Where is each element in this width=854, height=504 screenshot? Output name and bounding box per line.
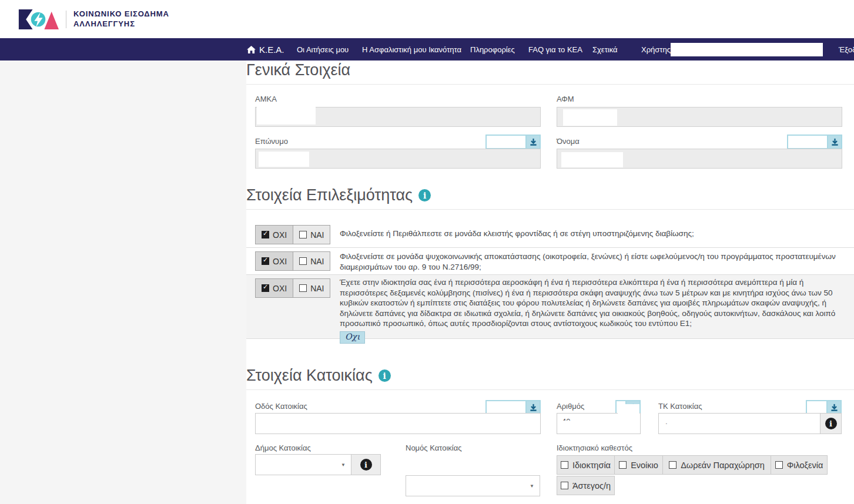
info-icon[interactable]: i [379, 369, 391, 382]
number-value-redaction-box [558, 421, 639, 433]
answer-no-button[interactable]: ΟΧΙ [256, 279, 293, 297]
answer-yes-button[interactable]: ΝΑΙ [293, 226, 330, 244]
section-divider [246, 84, 854, 85]
section-title-eligibility-text: Στοιχεία Επιλεξιμότητας [246, 186, 413, 204]
prefecture-label: Νομός Κατοικίας [406, 443, 461, 452]
logo-divider [66, 11, 66, 28]
answer-yes-label: ΝΑΙ [310, 284, 324, 293]
firstname-label: Όνομα [557, 137, 580, 146]
nav-user-label: Χρήστης: [641, 38, 673, 61]
download-button[interactable] [828, 135, 842, 149]
number-widget-redaction-box [618, 404, 639, 420]
nav-item-insurance-capacity[interactable]: Η Ασφαλιστική μου Ικανότητα [362, 38, 461, 61]
page-header: ΚΟΙΝΩΝΙΚΟ ΕΙΣΟΔΗΜΑ ΑΛΛΗΛΕΓΓΥΗΣ [0, 0, 854, 38]
prefecture-select[interactable]: ▼ [406, 475, 540, 496]
answer-yes-button[interactable]: ΝΑΙ [293, 252, 330, 270]
checkbox-unchecked-icon [299, 257, 307, 265]
answer-no-button[interactable]: ΟΧΙ [256, 252, 293, 270]
postal-label: ΤΚ Κατοικίας [658, 402, 702, 411]
logo-text: ΚΟΙΝΩΝΙΚΟ ΕΙΣΟΔΗΜΑ ΑΛΛΗΛΕΓΓΥΗΣ [73, 9, 169, 29]
ownership-option-enoikio[interactable]: Ενοίκιο [614, 455, 663, 475]
kea-logo-mark [18, 7, 59, 32]
ownership-option-astegos[interactable]: Άστεγος/η [557, 476, 615, 495]
number-label: Αριθμός [557, 402, 584, 411]
checkbox-unchecked-icon [299, 231, 307, 238]
download-icon [530, 138, 537, 146]
nav-item-about[interactable]: Σχετικά [592, 38, 618, 61]
chevron-down-icon: ▼ [530, 483, 534, 489]
answer-yes-label: ΝΑΙ [310, 257, 324, 266]
ownership-option-label: Ενοίκιο [631, 461, 658, 470]
municipality-info-addon: i [351, 454, 381, 475]
info-icon-dark[interactable]: i [825, 418, 837, 429]
info-icon-dark[interactable]: i [360, 459, 372, 471]
ownership-option-filoxenia[interactable]: Φιλοξενία [771, 455, 828, 475]
main-navbar: Κ.Ε.Α. Οι Αιτήσεις μου Η Ασφαλιστική μου… [0, 38, 854, 61]
checkbox-unchecked-icon [561, 461, 568, 469]
street-input[interactable] [255, 413, 541, 434]
checkbox-checked-icon [262, 257, 269, 265]
ownership-option-idioktisia[interactable]: Ιδιοκτησία [557, 455, 615, 475]
section-title-general: Γενικά Στοιχεία [246, 61, 350, 79]
answer-yes-button[interactable]: ΝΑΙ [293, 279, 330, 297]
checkbox-unchecked-icon [619, 461, 627, 469]
info-icon[interactable]: i [418, 189, 431, 201]
postal-info-addon: i [820, 413, 842, 434]
nav-item-faq[interactable]: FAQ για το ΚΕΑ [528, 38, 582, 61]
firstname-transliteration-widget [787, 135, 842, 149]
question-row-2: ΟΧΙ ΝΑΙ Φιλοξενείστε σε μονάδα ψυχοκοινω… [246, 247, 854, 274]
postal-input[interactable]: . [658, 413, 820, 434]
checkbox-unchecked-icon [775, 461, 783, 469]
section-divider [246, 209, 854, 210]
question-row-3: ΟΧΙ ΝΑΙ Έχετε στην ιδιοκτησία σας ένα ή … [246, 274, 854, 339]
logo-line-2: ΑΛΛΗΛΕΓΓΥΗΣ [73, 19, 169, 29]
ownership-option-label: Δωρεάν Παραχώρηση [681, 461, 765, 470]
kea-logo[interactable]: ΚΟΙΝΩΝΙΚΟ ΕΙΣΟΔΗΜΑ ΑΛΛΗΛΕΓΓΥΗΣ [18, 6, 169, 33]
kea-application-page: ΚΟΙΝΩΝΙΚΟ ΕΙΣΟΔΗΜΑ ΑΛΛΗΛΕΓΓΥΗΣ Κ.Ε.Α. Οι… [0, 0, 854, 504]
nav-item-information[interactable]: Πληροφορίες [470, 38, 515, 61]
section-divider [246, 389, 854, 390]
amka-redaction-box [257, 106, 316, 125]
checkbox-checked-icon [262, 231, 269, 238]
ownership-option-label: Ιδιοκτησία [572, 461, 611, 470]
nav-home[interactable]: Κ.Ε.Α. [247, 38, 284, 61]
question-row-1: ΟΧΙ ΝΑΙ Φιλοξενείστε ή Περιθάλπεστε σε μ… [246, 220, 854, 247]
widget-input[interactable] [787, 135, 828, 149]
nav-home-label: Κ.Ε.Α. [259, 45, 284, 55]
answer-no-button[interactable]: ΟΧΙ [256, 226, 293, 244]
ownership-option-label: Φιλοξενία [787, 461, 823, 470]
answer-no-label: ΟΧΙ [273, 284, 287, 293]
download-icon [831, 138, 839, 146]
checkbox-checked-icon [262, 284, 269, 292]
amka-label: ΑΜΚΑ [255, 95, 277, 103]
answer-no-label: ΟΧΙ [273, 257, 287, 266]
section-title-residence: Στοιχεία Κατοικίας i [246, 367, 391, 385]
surname-transliteration-widget [485, 135, 541, 149]
download-button[interactable] [527, 135, 541, 149]
checkbox-unchecked-icon [561, 482, 568, 489]
widget-input[interactable] [485, 135, 527, 149]
postal-remnant: . [665, 417, 668, 426]
municipality-label: Δήμος Κατοικίας [255, 443, 311, 452]
checkbox-unchecked-icon [669, 461, 676, 469]
house-icon [247, 46, 256, 53]
municipality-select[interactable]: ▼ [255, 454, 351, 475]
chevron-down-icon: ▼ [341, 462, 346, 468]
answer-toggle-group: ΟΧΙ ΝΑΙ [255, 251, 330, 271]
download-icon [530, 404, 537, 411]
section-title-general-text: Γενικά Στοιχεία [246, 61, 350, 79]
nav-logout[interactable]: Έξοδος [839, 38, 854, 61]
logo-line-1: ΚΟΙΝΩΝΙΚΟ ΕΙΣΟΔΗΜΑ [73, 9, 169, 19]
answer-chip: Οχι [340, 331, 365, 344]
question-text: Φιλοξενείστε ή Περιθάλπεστε σε μονάδα κλ… [340, 229, 850, 239]
question-text: Έχετε στην ιδιοκτησία σας ένα ή περισσότ… [340, 277, 850, 344]
ownership-option-dorean-parachorisi[interactable]: Δωρεάν Παραχώρηση [662, 455, 771, 475]
street-label: Οδός Κατοικίας [255, 402, 307, 411]
postal-widget-redaction-box [808, 402, 826, 414]
answer-no-label: ΟΧΙ [273, 230, 287, 240]
checkbox-unchecked-icon [299, 284, 307, 292]
nav-item-my-applications[interactable]: Οι Αιτήσεις μου [297, 38, 349, 61]
question-text: Φιλοξενείστε σε μονάδα ψυχοκοινωνικής απ… [340, 251, 850, 272]
ownership-option-label: Άστεγος/η [572, 481, 611, 490]
answer-yes-label: ΝΑΙ [310, 230, 324, 240]
